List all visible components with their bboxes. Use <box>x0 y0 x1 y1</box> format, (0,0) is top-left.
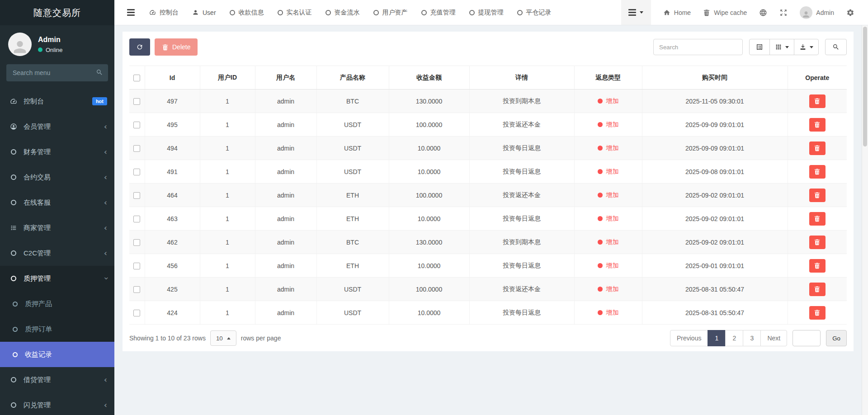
scrollbar[interactable] <box>862 25 868 415</box>
brand-title[interactable]: 随意交易所 <box>0 0 114 25</box>
scrollbar-thumb[interactable] <box>863 27 867 146</box>
sidebar-subitem-pledge-products[interactable]: 质押产品 <box>0 291 114 316</box>
row-delete-button[interactable] <box>809 141 826 155</box>
row-checkbox[interactable] <box>133 122 140 128</box>
row-delete-button[interactable] <box>809 283 826 296</box>
column-header[interactable]: 用户ID <box>200 66 255 90</box>
row-checkbox[interactable] <box>133 169 140 175</box>
topnav-tab-dashboard[interactable]: 控制台 <box>142 0 185 25</box>
sidebar-subitem-pledge-orders[interactable]: 质押订单 <box>0 316 114 342</box>
topnav-tab-kyc[interactable]: 实名认证 <box>271 0 319 25</box>
circle-icon <box>9 250 18 256</box>
wipe-cache-link[interactable]: Wipe cache <box>703 9 747 16</box>
cell-product: ETH <box>316 184 389 207</box>
table-search-input[interactable] <box>653 39 743 55</box>
columns-button[interactable] <box>769 39 794 55</box>
row-delete-button[interactable] <box>809 236 826 249</box>
row-checkbox[interactable] <box>133 98 140 105</box>
column-header[interactable]: 产品名称 <box>316 66 389 90</box>
row-delete-button[interactable] <box>809 165 826 179</box>
row-checkbox[interactable] <box>133 263 140 269</box>
search-toggle-button[interactable] <box>825 39 847 55</box>
column-header[interactable]: 返息类型 <box>574 66 642 90</box>
admin-avatar <box>800 6 812 19</box>
row-checkbox[interactable] <box>133 286 140 293</box>
row-checkbox[interactable] <box>133 239 140 246</box>
sidebar-item-members[interactable]: 会员管理 ‹ <box>0 114 114 139</box>
hot-badge: hot <box>92 97 107 105</box>
row-checkbox[interactable] <box>133 192 140 199</box>
sidebar-search-input[interactable] <box>6 64 108 81</box>
chevron-left-icon: ‹ <box>104 173 107 181</box>
row-delete-button[interactable] <box>809 189 826 202</box>
sidebar-item-support[interactable]: 在线客服 ‹ <box>0 190 114 215</box>
delete-button[interactable]: Delete <box>155 38 198 56</box>
sidebar-item-dashboard[interactable]: 控制台 hot <box>0 89 114 114</box>
settings-button[interactable] <box>846 9 854 17</box>
sidebar-subitem-income-records[interactable]: 收益记录 <box>0 342 114 367</box>
circle-icon <box>326 10 331 15</box>
table-row: 456 1 admin ETH 10.0000 投资每日返息 增加 2025-0… <box>129 254 847 278</box>
search-icon[interactable] <box>96 69 103 76</box>
row-delete-button[interactable] <box>809 212 826 226</box>
home-link[interactable]: Home <box>663 9 691 16</box>
cell-type: 增加 <box>574 231 642 254</box>
topnav-tab-deposits[interactable]: 充值管理 <box>415 0 462 25</box>
cell-user-id: 1 <box>200 160 255 184</box>
cell-amount: 10.0000 <box>389 207 469 231</box>
topnav-tab-user-assets[interactable]: 用户资产 <box>367 0 415 25</box>
page-jump-input[interactable] <box>793 330 821 346</box>
cell-product: USDT <box>316 278 389 301</box>
row-delete-button[interactable] <box>809 118 826 132</box>
language-button[interactable] <box>759 9 767 17</box>
column-header[interactable]: 详情 <box>469 66 574 90</box>
row-checkbox[interactable] <box>133 216 140 222</box>
sidebar-item-flash-exchange[interactable]: 闪兑管理 ‹ <box>0 392 114 415</box>
detail-view-button[interactable] <box>749 39 770 55</box>
select-all-checkbox[interactable] <box>133 75 140 81</box>
refresh-button[interactable] <box>129 38 150 56</box>
sidebar-item-pledge[interactable]: 质押管理 ‹ <box>0 266 114 291</box>
sidebar-item-c2c[interactable]: C2C管理 ‹ <box>0 241 114 266</box>
circle-icon <box>9 174 18 180</box>
sidebar-toggle-icon[interactable] <box>124 12 137 13</box>
sidebar-item-contracts[interactable]: 合约交易 ‹ <box>0 165 114 190</box>
row-delete-button[interactable] <box>809 94 826 108</box>
pagination-page-3[interactable]: 3 <box>743 330 761 346</box>
sidebar-item-lending[interactable]: 借贷管理 ‹ <box>0 367 114 392</box>
column-header[interactable]: 购买时间 <box>642 66 788 90</box>
row-checkbox[interactable] <box>133 310 140 316</box>
increase-dot-icon <box>598 146 603 151</box>
column-header[interactable]: 收益金额 <box>389 66 469 90</box>
cell-type: 增加 <box>574 207 642 231</box>
cell-buy-time: 2025-09-09 09:01:01 <box>642 113 788 137</box>
row-checkbox[interactable] <box>133 145 140 152</box>
go-button[interactable]: Go <box>826 330 847 346</box>
export-button[interactable] <box>794 39 819 55</box>
topnav-tab-closed-positions[interactable]: 平仓记录 <box>510 0 558 25</box>
pagination-page-1[interactable]: 1 <box>708 330 726 346</box>
topnav-tab-fund-flow[interactable]: 资金流水 <box>319 0 367 25</box>
pagination-next[interactable]: Next <box>760 330 787 346</box>
topnav-tab-payment-info[interactable]: 收款信息 <box>223 0 271 25</box>
fullscreen-button[interactable] <box>779 9 788 17</box>
tabs-menu-dropdown[interactable] <box>621 0 651 25</box>
row-delete-button[interactable] <box>809 306 826 320</box>
topnav-right: Home Wipe cache Admin <box>621 0 868 25</box>
sidebar-item-merchants[interactable]: 商家管理 ‹ <box>0 215 114 241</box>
cell-amount: 10.0000 <box>389 301 469 325</box>
pagination-previous[interactable]: Previous <box>670 330 708 346</box>
admin-menu[interactable]: Admin <box>800 6 834 19</box>
column-header[interactable]: Operate <box>788 66 847 90</box>
page-size-dropdown[interactable]: 10 <box>210 330 236 346</box>
increase-dot-icon <box>598 287 603 292</box>
pagination-page-2[interactable]: 2 <box>725 330 743 346</box>
caret-down-icon <box>785 46 789 48</box>
topnav-tab-user[interactable]: User <box>185 0 223 25</box>
column-header[interactable]: 用户名 <box>255 66 316 90</box>
topnav-tab-withdrawals[interactable]: 提现管理 <box>462 0 510 25</box>
row-delete-button[interactable] <box>809 259 826 273</box>
cell-amount: 10.0000 <box>389 137 469 160</box>
column-header[interactable]: Id <box>145 66 200 90</box>
sidebar-item-finance[interactable]: 财务管理 ‹ <box>0 139 114 165</box>
